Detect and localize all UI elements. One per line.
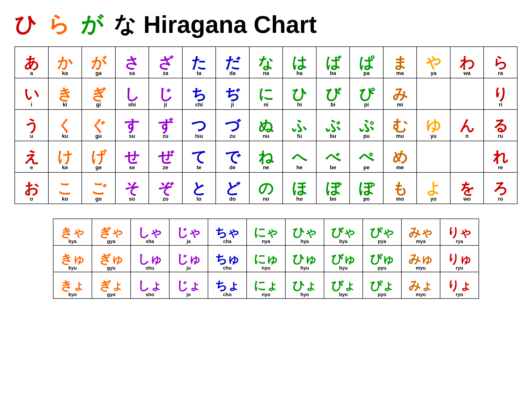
combo-romaji-label: ju (171, 265, 206, 270)
table-cell: びbi (316, 78, 350, 110)
combo-romaji-label: kya (55, 239, 90, 244)
combo-table-wrapper: きゃkyaぎゃgyaしゃshaじゃjaちゃchaにゃnyaひゃhyaびゃbyaぴ… (15, 219, 517, 299)
combo-romaji-label: shu (132, 265, 168, 270)
table-cell: むmu (383, 110, 417, 141)
kana-character: か (50, 55, 81, 70)
table-cell: みmi (383, 78, 417, 110)
romaji-label: ru (485, 133, 516, 139)
kana-character: と (183, 181, 215, 196)
romaji-label: ri (485, 102, 516, 107)
romaji-label: o (16, 196, 47, 202)
combo-romaji-label: byo (326, 292, 361, 297)
combo-cell: ぴゃpya (363, 219, 401, 245)
combo-kana-character: ちゅ (210, 253, 245, 265)
combo-romaji-label: gyu (94, 265, 129, 270)
combo-romaji-label: nyu (248, 265, 284, 270)
romaji-label: hi (284, 102, 315, 107)
combo-kana-character: きゃ (55, 226, 90, 238)
kana-character: ぐ (83, 118, 114, 133)
kana-character: ほ (284, 181, 315, 196)
romaji-label: ze (150, 165, 181, 170)
kana-character: ど (217, 181, 248, 196)
kana-character: ぞ (150, 181, 181, 196)
combo-kana-character: じゅ (171, 253, 206, 265)
kana-character: ぱ (351, 55, 382, 70)
table-cell: ぐgu (82, 110, 115, 141)
kana-character: む (384, 118, 416, 133)
kana-character: あ (16, 55, 47, 70)
combo-cell: ぎゃgya (92, 219, 131, 245)
kana-character: さ (116, 55, 148, 70)
kana-character: ざ (150, 55, 181, 70)
combo-romaji-label: myo (403, 292, 438, 297)
kana-character: り (485, 86, 516, 102)
kana-character: ぷ (351, 118, 382, 133)
table-cell: ぺpe (350, 141, 383, 172)
kana-character: ぽ (351, 181, 382, 196)
romaji-label: ga (83, 71, 114, 76)
title-ra: ら (48, 12, 72, 36)
kana-character: し (116, 86, 148, 102)
romaji-label: go (83, 196, 114, 202)
table-cell: ちchi (182, 78, 216, 110)
table-cell: をwo (450, 172, 484, 204)
table-cell: うu (15, 110, 48, 141)
romaji-label: shi (116, 102, 148, 107)
combo-cell: びょbyo (324, 272, 363, 299)
kana-character: け (50, 149, 81, 164)
table-cell (417, 78, 450, 110)
kana-character: ご (83, 181, 114, 196)
kana-character: よ (418, 181, 449, 196)
combo-kana-character: びょ (326, 280, 361, 291)
romaji-label: na (250, 71, 282, 76)
combo-romaji-label: nyo (248, 292, 284, 297)
romaji-label: da (217, 71, 248, 76)
kana-character: く (50, 118, 81, 133)
romaji-label: po (351, 196, 382, 202)
table-cell: べbe (316, 141, 350, 172)
romaji-label: ko (50, 196, 81, 202)
combo-romaji-label: hyo (287, 292, 322, 297)
combo-romaji-label: sha (132, 239, 168, 244)
kana-character: つ (183, 118, 215, 133)
romaji-label: so (116, 196, 148, 202)
romaji-label: wa (451, 71, 483, 76)
table-cell: りri (484, 78, 517, 110)
table-cell: たta (182, 47, 216, 78)
table-cell: よyo (417, 172, 450, 204)
combo-cell: みゅmyu (401, 245, 440, 272)
romaji-label: gi (83, 102, 114, 107)
combo-cell: じゅju (169, 245, 208, 272)
kana-character: べ (317, 149, 349, 164)
combo-kana-character: みゅ (403, 253, 438, 265)
combo-romaji-label: kyu (55, 265, 90, 270)
kana-character: ぺ (351, 149, 382, 164)
table-cell (450, 141, 484, 172)
table-cell: げge (82, 141, 115, 172)
combo-romaji-label: cha (210, 239, 245, 244)
romaji-label: be (317, 165, 349, 170)
combo-cell: きょkyo (53, 272, 92, 299)
kana-character: や (418, 55, 449, 70)
combo-kana-character: じゃ (171, 226, 206, 238)
table-cell: しshi (115, 78, 149, 110)
kana-character: ぢ (217, 86, 248, 102)
combo-romaji-label: ryu (442, 265, 477, 270)
combo-cell: ちょcho (208, 272, 247, 299)
kana-character: お (16, 181, 47, 196)
kana-character: ぼ (317, 181, 349, 196)
combo-romaji-label: ryo (442, 292, 477, 297)
kana-character: れ (485, 149, 516, 164)
romaji-label: ha (284, 71, 315, 76)
table-cell: やya (417, 47, 450, 78)
table-cell: あa (15, 47, 48, 78)
kana-character: た (183, 55, 215, 70)
combo-cell: びゃbya (324, 219, 363, 245)
romaji-label: ji (150, 102, 181, 107)
romaji-label: te (183, 165, 215, 170)
table-cell: づzu (216, 110, 249, 141)
combo-cell: みょmyo (401, 272, 440, 299)
romaji-label: wo (451, 196, 483, 202)
romaji-label: bi (317, 102, 349, 107)
combo-cell: ひゅhyu (285, 245, 324, 272)
